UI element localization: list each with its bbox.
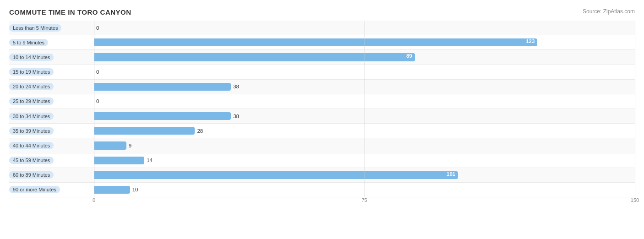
label-pill: 45 to 59 Minutes (9, 157, 54, 164)
bar-fill (94, 127, 195, 135)
bar-value-label: 9 (129, 143, 131, 148)
chart-title: COMMUTE TIME IN TORO CANYON (9, 8, 131, 16)
bar-fill: 123 (94, 38, 537, 46)
x-tick-label: 150 (631, 197, 639, 203)
bar-label: 25 to 29 Minutes (9, 98, 94, 105)
x-tick-label: 0 (93, 197, 95, 203)
bar-row: 5 to 9 Minutes123 (9, 35, 635, 50)
bar-row: 40 to 44 Minutes9 (9, 138, 635, 153)
x-axis: 075150 (94, 197, 635, 210)
chart-source: Source: ZipAtlas.com (583, 8, 635, 15)
bar-fill: 101 (94, 171, 458, 179)
bar-row: 35 to 39 Minutes28 (9, 124, 635, 138)
bar-fill: 89 (94, 53, 415, 61)
label-pill: 30 to 34 Minutes (9, 113, 54, 120)
bar-row: 10 to 14 Minutes89 (9, 50, 635, 65)
bar-value-label: 0 (96, 25, 99, 31)
label-pill: 15 to 19 Minutes (9, 68, 54, 76)
bar-label: 5 to 9 Minutes (9, 39, 94, 46)
bar-fill (94, 186, 130, 194)
bar-label: 60 to 89 Minutes (9, 171, 94, 179)
bar-value-label: 28 (197, 128, 203, 134)
bar-label: 40 to 44 Minutes (9, 142, 94, 149)
grid-line (94, 21, 94, 197)
label-pill: 5 to 9 Minutes (9, 39, 48, 46)
bar-label: Less than 5 Minutes (9, 24, 94, 32)
label-pill: 10 to 14 Minutes (9, 54, 54, 61)
bar-row: 90 or more Minutes10 (9, 183, 635, 197)
bar-fill (94, 83, 231, 91)
bar-label: 90 or more Minutes (9, 186, 94, 193)
bar-value-label: 14 (147, 158, 153, 163)
bar-row: 30 to 34 Minutes38 (9, 109, 635, 124)
bar-value-label: 101 (447, 171, 455, 177)
label-pill: 90 or more Minutes (9, 186, 60, 193)
grid-line (635, 21, 635, 197)
bar-fill (94, 141, 126, 149)
chart-body: Less than 5 Minutes05 to 9 Minutes12310 … (9, 21, 635, 210)
bar-label: 35 to 39 Minutes (9, 127, 94, 135)
bar-fill (94, 157, 144, 164)
bar-value-label: 89 (406, 53, 412, 59)
bar-row: Less than 5 Minutes0 (9, 21, 635, 35)
bar-value-label: 38 (233, 84, 239, 89)
bar-label: 15 to 19 Minutes (9, 68, 94, 76)
chart-container: COMMUTE TIME IN TORO CANYON Source: ZipA… (0, 0, 644, 239)
bars-area: Less than 5 Minutes05 to 9 Minutes12310 … (9, 21, 635, 197)
grid-line (365, 21, 365, 197)
chart-header: COMMUTE TIME IN TORO CANYON Source: ZipA… (9, 8, 635, 16)
bar-value-label: 0 (96, 98, 99, 104)
bar-row: 25 to 29 Minutes0 (9, 94, 635, 109)
x-tick-label: 75 (361, 197, 367, 203)
bar-fill (94, 112, 231, 120)
label-pill: Less than 5 Minutes (9, 24, 61, 32)
label-pill: 20 to 24 Minutes (9, 83, 54, 90)
bar-row: 60 to 89 Minutes101 (9, 168, 635, 183)
bar-value-label: 38 (233, 114, 239, 119)
label-pill: 40 to 44 Minutes (9, 142, 54, 149)
bar-value-label: 123 (526, 38, 535, 44)
bar-label: 45 to 59 Minutes (9, 157, 94, 164)
bar-label: 10 to 14 Minutes (9, 54, 94, 61)
bar-row: 45 to 59 Minutes14 (9, 153, 635, 168)
bar-row: 20 to 24 Minutes38 (9, 80, 635, 94)
label-pill: 25 to 29 Minutes (9, 98, 54, 105)
bar-value-label: 10 (132, 187, 138, 192)
bar-value-label: 0 (96, 69, 99, 75)
label-pill: 60 to 89 Minutes (9, 171, 54, 179)
bar-label: 30 to 34 Minutes (9, 113, 94, 120)
bar-label: 20 to 24 Minutes (9, 83, 94, 90)
bar-row: 15 to 19 Minutes0 (9, 65, 635, 80)
label-pill: 35 to 39 Minutes (9, 127, 54, 135)
